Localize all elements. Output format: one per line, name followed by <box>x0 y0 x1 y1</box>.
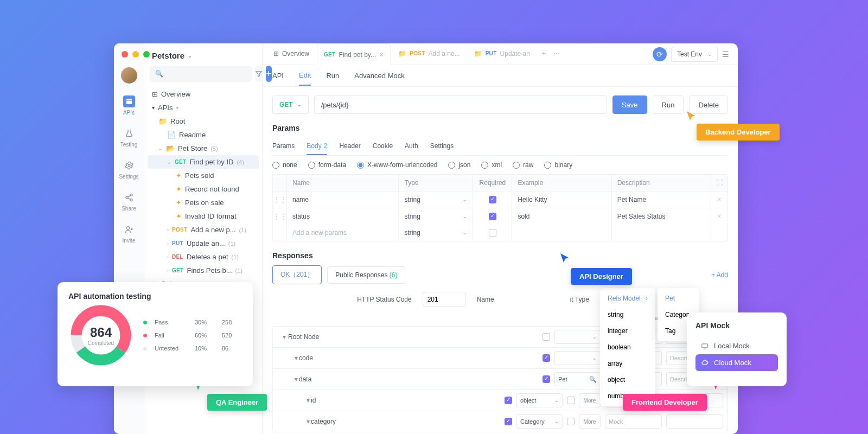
checkbox[interactable] <box>489 229 496 237</box>
resp-ok[interactable]: OK（201） <box>272 265 322 284</box>
tree-notfound[interactable]: ✦Record not found <box>148 182 259 196</box>
ptab-params[interactable]: Params <box>272 138 295 155</box>
tree-readme[interactable]: 📄Readme <box>148 128 259 142</box>
checkbox[interactable] <box>542 333 550 341</box>
param-desc[interactable]: Pet Sales Status <box>612 208 711 225</box>
remove-icon[interactable]: × <box>711 208 727 225</box>
add-param-input[interactable]: Add a new params <box>287 225 399 241</box>
field-name[interactable]: data <box>299 375 538 383</box>
radio-raw[interactable]: raw <box>513 161 533 169</box>
checkbox[interactable] <box>505 418 512 425</box>
radio-none[interactable]: none <box>272 161 297 169</box>
ptab-settings[interactable]: Settings <box>430 138 454 155</box>
nav-testing[interactable]: Testing <box>119 127 139 148</box>
filter-button[interactable] <box>255 66 263 82</box>
search-input[interactable] <box>150 66 252 82</box>
field-name[interactable]: code <box>299 354 538 362</box>
run-button[interactable]: Run <box>653 95 684 114</box>
ptab-body[interactable]: Body2 <box>307 138 327 155</box>
drag-icon[interactable]: ⋮⋮ <box>273 192 287 208</box>
tree-petstore[interactable]: ⌄📂Pet Store(5) <box>148 142 259 155</box>
type-input[interactable]: ⌄ <box>554 330 601 344</box>
param-desc[interactable]: Pet Name <box>612 192 711 208</box>
type-dropdown[interactable]: Refs Model› stringintegerbooleanarrayobj… <box>600 288 655 406</box>
checkbox[interactable] <box>567 397 575 404</box>
param-example[interactable]: sold <box>512 208 611 225</box>
checkbox[interactable] <box>505 397 512 404</box>
tree-root[interactable]: 📁Root <box>148 114 259 128</box>
expand-icon[interactable]: ⛶ <box>711 175 727 191</box>
local-mock[interactable]: Local Mock <box>695 337 778 354</box>
tab-add[interactable]: 📁POSTAdd a ne... <box>392 43 466 65</box>
avatar[interactable] <box>121 67 137 84</box>
tree-apis[interactable]: ▾APIs▪ <box>148 101 259 114</box>
refresh-button[interactable]: ⟳ <box>653 47 667 61</box>
type-input[interactable]: Pet🔍 <box>554 372 601 386</box>
refs-model[interactable]: Refs Model› <box>600 290 655 307</box>
tab-update[interactable]: 📁PUTUpdate an <box>468 43 537 65</box>
radio-xml[interactable]: xml <box>481 161 502 169</box>
field-name[interactable]: category <box>311 418 500 425</box>
dd-item[interactable]: Pet <box>658 290 699 307</box>
ptab-auth[interactable]: Auth <box>405 138 418 155</box>
more-button[interactable]: More <box>579 393 601 407</box>
remove-icon[interactable]: × <box>711 192 727 208</box>
radio-X-www-form-urlencoded[interactable]: X-www-form-urlencoded <box>357 161 437 169</box>
checkbox[interactable] <box>567 418 575 425</box>
nav-apis[interactable]: APIs <box>119 95 139 116</box>
type-input[interactable]: Category⌄ <box>516 414 563 429</box>
close-icon[interactable]: × <box>379 50 384 59</box>
nav-settings[interactable]: Settings <box>119 159 139 180</box>
status-input[interactable] <box>423 292 466 307</box>
caret-icon[interactable]: ▾ <box>277 333 284 341</box>
radio-binary[interactable]: binary <box>544 161 572 169</box>
cloud-mock[interactable]: Cloud Mock <box>695 354 778 371</box>
url-input[interactable] <box>314 95 607 114</box>
tab-overview[interactable]: ⊞Overview <box>267 43 316 65</box>
param-name[interactable]: name <box>287 192 399 208</box>
radio-json[interactable]: json <box>448 161 470 169</box>
dd-item[interactable]: boolean <box>600 339 655 355</box>
subtab-mock[interactable]: Advanced Mock <box>354 66 405 85</box>
caret-icon[interactable]: ▾ <box>277 397 307 404</box>
subtab-edit[interactable]: Edit <box>299 66 311 86</box>
checkbox[interactable] <box>542 375 550 383</box>
tree-put[interactable]: ›PUTUpdate an...(1) <box>148 237 259 250</box>
ptab-cookie[interactable]: Cookie <box>373 138 393 155</box>
tree-del[interactable]: ›DELDeletes a pet(1) <box>148 250 259 264</box>
mock-input[interactable]: Mock <box>605 414 662 429</box>
param-name[interactable]: status <box>287 208 399 225</box>
param-example[interactable]: Hello Kitty <box>512 192 611 208</box>
param-type[interactable]: string⌄ <box>399 192 473 208</box>
dd-item[interactable]: integer <box>600 323 655 339</box>
checkbox[interactable] <box>489 213 496 220</box>
tree-sold[interactable]: ✦Pets sold <box>148 169 259 182</box>
tree-invalid[interactable]: ✦Invalid ID format <box>148 209 259 223</box>
drag-icon[interactable]: ⋮⋮ <box>273 208 287 225</box>
checkbox[interactable] <box>542 354 550 362</box>
tab-find[interactable]: GETFind pet by...× <box>317 43 391 65</box>
tree-post[interactable]: ›POSTAdd a new p...(1) <box>148 223 259 237</box>
subtab-api[interactable]: API <box>272 66 284 85</box>
save-button[interactable]: Save <box>612 95 647 114</box>
field-name[interactable]: id <box>311 397 500 404</box>
more-button[interactable]: More <box>579 414 601 429</box>
subtab-run[interactable]: Run <box>326 66 339 85</box>
menu-icon[interactable]: ☰ <box>722 50 729 59</box>
tree-sale[interactable]: ✦Pets on sale <box>148 196 259 209</box>
radio-form-data[interactable]: form-data <box>308 161 346 169</box>
dd-item[interactable]: array <box>600 355 655 372</box>
dd-item[interactable]: object <box>600 372 655 388</box>
checkbox[interactable] <box>489 196 496 203</box>
project-title[interactable]: Petstore⌄ <box>144 43 262 66</box>
caret-icon[interactable]: ▾ <box>277 354 295 362</box>
add-response[interactable]: + Add <box>711 271 728 279</box>
tab-more[interactable]: ⋯ <box>551 43 562 65</box>
type-input[interactable]: ⌄ <box>554 351 601 365</box>
tree-overview[interactable]: ⊞Overview <box>148 87 259 101</box>
ptab-header[interactable]: Header <box>339 138 360 155</box>
tree-get2[interactable]: ›GETFinds Pets b...(1) <box>148 264 259 277</box>
method-select[interactable]: GET⌄ <box>272 95 309 114</box>
env-select[interactable]: Test Env⌄ <box>671 47 718 62</box>
tab-new[interactable]: + <box>538 43 550 65</box>
